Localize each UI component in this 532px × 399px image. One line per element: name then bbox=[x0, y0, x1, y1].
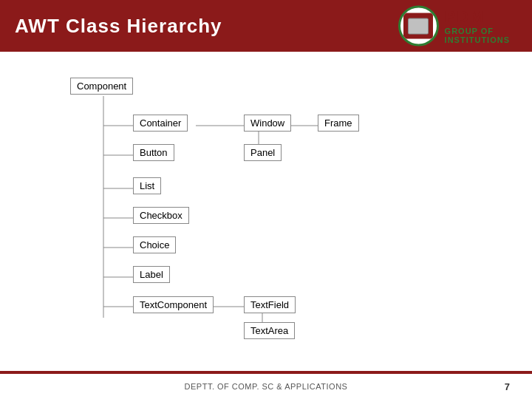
node-panel: Panel bbox=[244, 144, 282, 161]
node-choice: Choice bbox=[133, 236, 176, 253]
node-button: Button bbox=[133, 144, 174, 161]
logo-screen bbox=[408, 18, 429, 34]
page-title: AWT Class Hierarchy bbox=[15, 15, 222, 38]
footer: DEPTT. OF COMP. SC & APPLICATIONS 7 bbox=[0, 372, 532, 399]
node-frame: Frame bbox=[318, 115, 359, 132]
node-window: Window bbox=[244, 115, 291, 132]
node-checkbox: Checkbox bbox=[133, 207, 189, 224]
main-content: Component Container Window Frame Panel B… bbox=[0, 52, 532, 358]
footer-text: DEPTT. OF COMP. SC & APPLICATIONS bbox=[185, 382, 348, 391]
pdm-name: PDM bbox=[445, 8, 510, 26]
node-container: Container bbox=[133, 115, 188, 132]
header: AWT Class Hierarchy PDM GROUP OF INSTITU… bbox=[0, 0, 532, 52]
pdm-text: PDM GROUP OF INSTITUTIONS bbox=[445, 8, 510, 44]
logo-emblem bbox=[398, 6, 439, 47]
class-hierarchy-diagram: Component Container Window Frame Panel B… bbox=[30, 70, 502, 351]
page-number: 7 bbox=[505, 381, 510, 392]
node-textcomponent: TextComponent bbox=[133, 296, 214, 313]
node-textfield: TextField bbox=[244, 296, 296, 313]
pdm-line1: GROUP OF bbox=[445, 26, 510, 35]
node-list: List bbox=[133, 177, 161, 194]
logo-inner bbox=[403, 13, 433, 39]
node-label: Label bbox=[133, 266, 170, 283]
logo-area: PDM GROUP OF INSTITUTIONS bbox=[398, 6, 510, 47]
pdm-line2: INSTITUTIONS bbox=[445, 35, 510, 44]
node-component: Component bbox=[70, 78, 133, 95]
node-textarea: TextArea bbox=[244, 322, 295, 339]
